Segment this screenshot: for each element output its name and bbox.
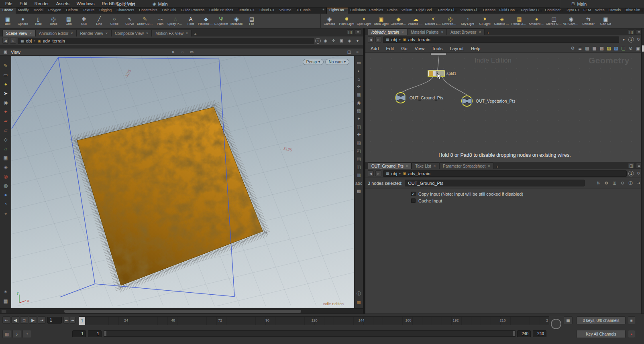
shelf-tool[interactable]: ◉ VR Camera xyxy=(562,14,580,28)
select-visible-icon[interactable]: ▧ xyxy=(356,108,362,114)
link-badge[interactable]: 1 xyxy=(628,37,634,42)
lock-icon[interactable]: ◈ xyxy=(346,38,353,44)
goto-node-icon[interactable]: ➔ xyxy=(636,180,642,186)
shelf-tool[interactable]: ▦ Grid xyxy=(61,14,76,28)
timeline-ruler[interactable]: 1 24487296120144168192216 2 xyxy=(79,316,549,325)
shade-mode-icon[interactable]: ◐ xyxy=(356,68,362,74)
shelf-tab[interactable]: Drive Sim... xyxy=(622,8,644,14)
close-icon[interactable]: × xyxy=(479,30,481,34)
menu-item[interactable]: Render xyxy=(31,1,53,6)
shelf-tab[interactable]: Fluid Con... xyxy=(497,8,518,14)
shelf-tab[interactable]: Oceans xyxy=(481,8,497,14)
camera-link-icon[interactable]: ▣ xyxy=(338,38,344,44)
shelf-tab[interactable]: Wires xyxy=(593,8,606,14)
shelf-tool[interactable]: ● Sphere xyxy=(15,14,31,28)
network-color-palette-icon[interactable]: ▨ xyxy=(606,45,612,51)
shelf-tab[interactable]: Deform xyxy=(64,8,81,14)
search-icon[interactable]: ⊙ xyxy=(620,180,626,186)
close-icon[interactable]: × xyxy=(401,30,404,34)
pane-tab[interactable]: Take List × xyxy=(412,162,439,169)
pane-tab[interactable]: Material Palette × xyxy=(407,28,447,35)
scene-path-field[interactable]: ▦ obj ▸ ▣ adv_terrain xyxy=(18,38,314,44)
shelf-tab[interactable]: Characters xyxy=(114,8,137,14)
menu-item[interactable]: Windows xyxy=(73,1,98,6)
close-icon[interactable]: × xyxy=(434,164,436,168)
shelf-tool[interactable]: ◉ Camera xyxy=(321,14,338,28)
shelf-tab[interactable]: Particle Fl... xyxy=(436,8,458,14)
terrain-paint-tool-icon[interactable]: ▭ xyxy=(2,71,9,78)
terrain-adjust-tool-icon[interactable]: ✎ xyxy=(2,62,9,69)
network-menu-item[interactable]: Edit xyxy=(382,45,397,52)
projection-selector[interactable]: Persp ▾ xyxy=(303,59,324,65)
pane-menu-icon[interactable]: ≡ xyxy=(355,29,361,35)
slump-tool-icon[interactable]: ▱ xyxy=(2,127,9,134)
shelf-tab[interactable]: Grains xyxy=(384,8,399,14)
viewport-pane-icon[interactable]: ▣ xyxy=(2,49,8,55)
network-canvas[interactable]: Indie Edition Geometry split1 OUT_Ground… xyxy=(365,53,644,162)
key-all-channels-button[interactable]: Key All Channels xyxy=(577,330,626,338)
shelf-tab[interactable]: Populate C... xyxy=(519,8,543,14)
path-root[interactable]: obj xyxy=(26,38,32,43)
shelf-tool[interactable]: ○ Circle xyxy=(107,14,122,28)
shelf-tab[interactable]: Cloud FX xyxy=(257,8,277,14)
shelf-tab[interactable]: Container... xyxy=(542,8,564,14)
ring-tool-icon[interactable]: ◎ xyxy=(2,173,9,180)
network-display-options-icon[interactable]: ⚙ xyxy=(570,45,576,51)
viewport-hscrollbar[interactable] xyxy=(0,308,363,314)
network-grid-view-icon[interactable]: ▦ xyxy=(591,45,597,51)
viewport-3d[interactable]: -3125 3125 xyxy=(11,56,354,308)
gear-icon[interactable]: ⚙ xyxy=(603,180,609,186)
shelf-tab[interactable]: Modify xyxy=(16,8,31,14)
shelf-tool[interactable]: ╱ Line xyxy=(92,14,107,28)
shelf-tab[interactable]: Pyro FX xyxy=(564,8,581,14)
shelf-tab[interactable]: Polygon xyxy=(46,8,64,14)
menubar-right[interactable]: ⊞ Main xyxy=(560,0,644,8)
parameter-path-field[interactable]: ▦ obj ▸ ▣ adv_terrain xyxy=(383,170,627,177)
stow-icon[interactable]: ▭ xyxy=(356,60,362,66)
pane-tab[interactable]: Parameter Spreadsheet × xyxy=(439,162,493,169)
pose-tool-icon[interactable]: ▣ xyxy=(2,154,9,161)
pane-maximize-icon[interactable]: ◫ xyxy=(347,29,353,35)
shelf-tool[interactable]: ✎ Draw Curve xyxy=(137,14,153,28)
erode-tool-icon[interactable]: ▰ xyxy=(2,117,9,124)
jog-wheel[interactable] xyxy=(551,319,561,329)
menu-item[interactable]: Assets xyxy=(53,1,73,6)
network-menu-item[interactable]: Tools xyxy=(428,45,446,52)
view-layout-icon[interactable]: ◫ xyxy=(356,164,362,170)
highlight-icon[interactable]: ✦ xyxy=(356,116,362,122)
home-view-icon[interactable]: ⌂ xyxy=(356,76,362,82)
snapshot-icon[interactable]: ◉ xyxy=(322,38,328,44)
group-select-icon[interactable]: ◫ xyxy=(356,124,362,130)
back-icon[interactable]: ◀ xyxy=(368,36,374,42)
text-overlay-icon[interactable]: abc xyxy=(356,180,362,186)
shelf-tool[interactable]: Ψ L-System xyxy=(214,14,229,28)
background-image-icon[interactable]: ▩ xyxy=(356,188,362,194)
pane-tab[interactable]: Composite View × xyxy=(111,30,152,36)
paint-mask-tool-icon[interactable]: ✦ xyxy=(2,108,9,115)
frame-selected-icon[interactable]: ✛ xyxy=(356,84,362,90)
current-frame-field[interactable]: 1 xyxy=(47,317,62,324)
shelf-tab[interactable]: Vellum xyxy=(399,8,414,14)
path-root[interactable]: obj xyxy=(391,37,397,42)
close-icon[interactable]: × xyxy=(406,164,408,168)
path-node[interactable]: adv_terrain xyxy=(408,37,430,42)
shelf-tool[interactable]: ✚ Null xyxy=(76,14,92,28)
shelf-tool[interactable]: A Font xyxy=(183,14,198,28)
shelf-tab[interactable]: Rigid Bod... xyxy=(414,8,436,14)
play-button[interactable]: ▶ xyxy=(29,316,37,324)
prev-keyframe-button[interactable]: ↞ xyxy=(63,317,69,324)
shelf-tab[interactable]: Volume xyxy=(277,8,294,14)
network-find-icon[interactable]: ⊙ xyxy=(628,45,634,51)
range-end-handle[interactable] xyxy=(513,331,515,336)
new-tab-icon[interactable]: + xyxy=(485,30,492,35)
forward-icon[interactable]: ▶ xyxy=(10,38,16,44)
shelf-tool[interactable]: ◫ Stereo Camera xyxy=(545,14,562,28)
blend-tool-icon[interactable]: ◍ xyxy=(2,182,9,189)
pane-tab[interactable]: OUT_Ground_Pts × xyxy=(368,162,412,169)
realtime-toggle-icon[interactable]: ▦ xyxy=(564,316,573,324)
display-points-icon[interactable]: ▨ xyxy=(356,140,362,146)
shelf-tool[interactable]: ◎ Environment Light xyxy=(442,14,459,28)
shelf-tool[interactable]: ◔ Sky Light xyxy=(459,14,476,28)
scene-selector[interactable]: ◉ Main xyxy=(153,0,168,8)
material-view-icon[interactable]: ▥ xyxy=(356,172,362,178)
